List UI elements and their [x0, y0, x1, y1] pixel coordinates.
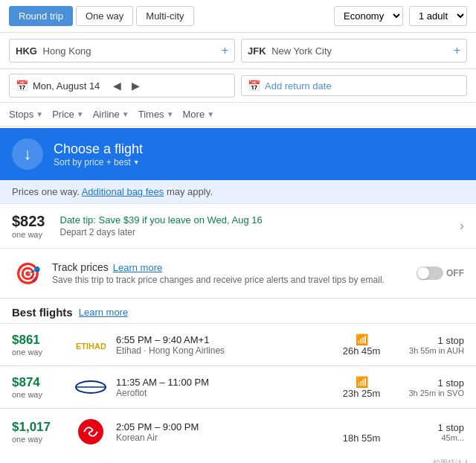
date-tip-price: $823: [12, 213, 45, 230]
flight-duration-col: 📶 23h 25m: [332, 376, 391, 399]
flight-duration-col: 📶 26h 45m: [332, 333, 391, 357]
korean-air-logo: [71, 418, 110, 446]
calendar-icon: 📅: [16, 80, 28, 92]
flight-duration: 26h 45m: [332, 345, 391, 357]
destination-code: JFK: [248, 45, 266, 57]
flight-duration: 18h 55m: [332, 432, 391, 444]
airline-logo: [71, 378, 110, 396]
date-row: 📅 Mon, August 14 ◀ ▶ 📅 Add return date: [0, 69, 476, 103]
toggle-knob: [417, 267, 429, 279]
date-next-button[interactable]: ▶: [129, 78, 143, 93]
origin-code: HKG: [16, 45, 37, 57]
flight-stop-col: 1 stop 3h 55m in AUH: [397, 335, 464, 355]
flight-stop-col: 1 stop 45m...: [397, 422, 464, 442]
origin-field[interactable]: HKG Hong Kong +: [9, 39, 235, 63]
flight-stops: 1 stop: [397, 335, 464, 346]
track-prices-label: Track prices: [52, 261, 109, 273]
flight-airline-name: Aeroflot: [116, 388, 326, 398]
flight-duration-col: 📶 18h 55m: [332, 421, 391, 444]
sort-label-text: Sort by price + best: [54, 157, 131, 167]
one-way-button[interactable]: One way: [76, 6, 133, 26]
flight-stop-detail: 3h 25m in SVO: [397, 389, 464, 397]
flight-stop-detail: 3h 55m in AUH: [397, 346, 464, 355]
flight-stop-detail: 45m...: [397, 433, 464, 442]
flight-times-col: 2:05 PM – 9:00 PM Korean Air: [116, 421, 326, 443]
svg-text:ETIHAD: ETIHAD: [76, 342, 106, 351]
flight-times: 6:55 PM – 9:40 AM+1: [116, 334, 326, 345]
chevron-right-icon: ›: [460, 218, 464, 234]
add-return-label: Add return date: [265, 80, 332, 92]
return-calendar-icon: 📅: [248, 80, 260, 92]
watermark-bar: 拍图特达人: [0, 455, 476, 463]
flight-times-col: 11:35 AM – 11:00 PM Aeroflot: [116, 377, 326, 398]
track-prices-toggle[interactable]: OFF: [416, 266, 464, 280]
flight-airline-name: Etihad · Hong Kong Airlines: [116, 345, 326, 356]
right-controls: Economy 1 adult: [334, 6, 467, 26]
destination-field[interactable]: JFK New York City +: [241, 39, 467, 63]
flight-stops: 1 stop: [397, 377, 464, 389]
cabin-class-select[interactable]: Economy: [334, 6, 403, 26]
filter-price-arrow: ▼: [77, 110, 84, 118]
price-info-text: Prices one way.: [12, 186, 80, 197]
watermark-text: 拍图特达人: [433, 458, 470, 463]
destination-city: New York City: [271, 45, 332, 57]
top-bar: Round trip One way Multi-city Economy 1 …: [0, 0, 476, 33]
destination-plus-icon[interactable]: +: [454, 44, 460, 57]
flight-oneway: one way: [12, 390, 65, 399]
choose-flight-text: Choose a flight Sort by price + best ▼: [54, 141, 143, 167]
multi-city-button[interactable]: Multi-city: [136, 6, 193, 26]
price-info-suffix: may apply.: [167, 186, 213, 197]
flight-row[interactable]: $1,017 one way 2:05 PM – 9:00 PM Korean …: [0, 408, 476, 455]
flight-airline-name: Korean Air: [116, 432, 326, 443]
filter-more-button[interactable]: More ▼: [183, 107, 215, 121]
filter-airline-button[interactable]: Airline ▼: [93, 107, 129, 121]
track-prices-title: Track prices Learn more: [52, 261, 408, 273]
toggle-track[interactable]: [416, 266, 443, 280]
filter-stops-button[interactable]: Stops ▼: [9, 107, 43, 121]
best-flights-header: Best flights Learn more: [0, 298, 476, 323]
flight-times-col: 6:55 PM – 9:40 AM+1 Etihad · Hong Kong A…: [116, 334, 326, 356]
toggle-label: OFF: [446, 268, 464, 278]
date-tip-text: Date tip: Save $39 if you leave on Wed, …: [60, 214, 460, 226]
flight-price-col: $874 one way: [12, 375, 65, 399]
flight-stop-col: 1 stop 3h 25m in SVO: [397, 377, 464, 397]
date-tip-right: Date tip: Save $39 if you leave on Wed, …: [45, 214, 460, 237]
flight-price: $1,017: [12, 420, 65, 435]
wifi-icon: 📶: [332, 333, 391, 345]
filter-more-arrow: ▼: [207, 110, 214, 118]
filter-times-button[interactable]: Times ▼: [138, 107, 174, 121]
price-info-bar: Prices one way. Additional bag fees may …: [0, 180, 476, 204]
date-tip-oneway: one way: [12, 230, 45, 239]
trip-type-group: Round trip One way Multi-city: [9, 6, 194, 26]
add-return-date-field[interactable]: 📅 Add return date: [241, 75, 467, 96]
flight-stops: 1 stop: [397, 422, 464, 433]
flight-row[interactable]: $874 one way 11:35 AM – 11:00 PM Aeroflo…: [0, 365, 476, 408]
passengers-select[interactable]: 1 adult: [409, 6, 467, 26]
flight-price: $861: [12, 333, 65, 348]
bag-fees-link[interactable]: Additional bag fees: [82, 186, 164, 197]
best-flights-learn-more[interactable]: Learn more: [79, 307, 128, 318]
track-prices-learn-more[interactable]: Learn more: [113, 262, 162, 273]
flight-row[interactable]: $861 one way ETIHAD 6:55 PM – 9:40 AM+1 …: [0, 323, 476, 365]
sort-label[interactable]: Sort by price + best ▼: [54, 157, 143, 167]
depart-text: Depart 2 days later: [60, 227, 460, 237]
arrow-down-icon: ↓: [24, 144, 32, 164]
flight-list: $861 one way ETIHAD 6:55 PM – 9:40 AM+1 …: [0, 323, 476, 455]
filter-price-button[interactable]: Price ▼: [52, 107, 84, 121]
sort-chevron-icon: ▼: [133, 159, 140, 166]
flight-times: 11:35 AM – 11:00 PM: [116, 377, 326, 388]
flight-oneway: one way: [12, 348, 65, 357]
filter-airline-label: Airline: [93, 109, 120, 120]
flight-price: $874: [12, 375, 65, 390]
filter-stops-arrow: ▼: [36, 110, 43, 118]
departure-date-field[interactable]: 📅 Mon, August 14 ◀ ▶: [9, 74, 235, 98]
origin-plus-icon[interactable]: +: [222, 44, 228, 57]
departure-date-value: Mon, August 14: [33, 80, 100, 92]
flight-price-col: $861 one way: [12, 333, 65, 357]
track-prices-text: Track prices Learn more Save this trip t…: [52, 261, 408, 285]
flight-duration: 23h 25m: [332, 388, 391, 399]
filter-times-arrow: ▼: [167, 110, 174, 118]
filter-times-label: Times: [138, 109, 164, 120]
round-trip-button[interactable]: Round trip: [9, 6, 73, 26]
date-prev-button[interactable]: ◀: [110, 78, 124, 93]
